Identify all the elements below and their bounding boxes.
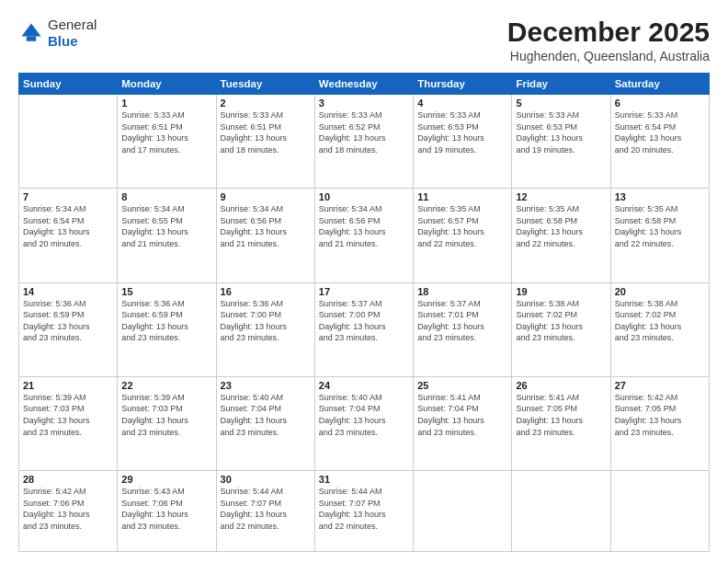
day-info: Sunrise: 5:37 AM Sunset: 7:00 PM Dayligh…	[319, 298, 409, 344]
day-number: 2	[221, 98, 311, 109]
calendar-cell: 11Sunrise: 5:35 AM Sunset: 6:57 PM Dayli…	[414, 189, 512, 282]
calendar-week-1: 1Sunrise: 5:33 AM Sunset: 6:51 PM Daylig…	[19, 95, 710, 189]
calendar-cell: 15Sunrise: 5:36 AM Sunset: 6:59 PM Dayli…	[118, 282, 216, 376]
col-monday: Monday	[118, 74, 216, 95]
day-number: 13	[615, 191, 705, 202]
calendar-cell: 18Sunrise: 5:37 AM Sunset: 7:01 PM Dayli…	[414, 282, 512, 376]
calendar-cell: 10Sunrise: 5:34 AM Sunset: 6:56 PM Dayli…	[314, 189, 413, 282]
calendar-cell: 29Sunrise: 5:43 AM Sunset: 7:06 PM Dayli…	[118, 471, 216, 552]
day-info: Sunrise: 5:36 AM Sunset: 6:59 PM Dayligh…	[23, 298, 113, 344]
day-info: Sunrise: 5:33 AM Sunset: 6:51 PM Dayligh…	[221, 109, 311, 155]
day-info: Sunrise: 5:39 AM Sunset: 7:03 PM Dayligh…	[23, 392, 113, 438]
calendar-cell: 8Sunrise: 5:34 AM Sunset: 6:55 PM Daylig…	[118, 189, 216, 282]
col-saturday: Saturday	[610, 74, 709, 95]
col-tuesday: Tuesday	[216, 74, 314, 95]
day-info: Sunrise: 5:42 AM Sunset: 7:06 PM Dayligh…	[23, 486, 113, 532]
calendar-cell: 7Sunrise: 5:34 AM Sunset: 6:54 PM Daylig…	[19, 189, 118, 282]
day-info: Sunrise: 5:35 AM Sunset: 6:58 PM Dayligh…	[615, 203, 705, 249]
logo-icon	[18, 20, 44, 46]
calendar-header: Sunday Monday Tuesday Wednesday Thursday…	[19, 74, 710, 95]
day-info: Sunrise: 5:41 AM Sunset: 7:05 PM Dayligh…	[516, 392, 606, 438]
day-number: 17	[319, 286, 409, 297]
day-info: Sunrise: 5:42 AM Sunset: 7:05 PM Dayligh…	[615, 392, 705, 438]
svg-rect-1	[27, 37, 37, 41]
day-number: 9	[221, 191, 311, 202]
day-info: Sunrise: 5:34 AM Sunset: 6:56 PM Dayligh…	[221, 203, 311, 249]
day-number: 18	[417, 286, 507, 297]
calendar-cell: 20Sunrise: 5:38 AM Sunset: 7:02 PM Dayli…	[610, 282, 709, 376]
day-info: Sunrise: 5:44 AM Sunset: 7:07 PM Dayligh…	[221, 486, 311, 532]
day-info: Sunrise: 5:34 AM Sunset: 6:56 PM Dayligh…	[319, 203, 409, 249]
calendar-cell: 14Sunrise: 5:36 AM Sunset: 6:59 PM Dayli…	[19, 282, 118, 376]
calendar-cell: 27Sunrise: 5:42 AM Sunset: 7:05 PM Dayli…	[610, 376, 709, 470]
day-info: Sunrise: 5:36 AM Sunset: 6:59 PM Dayligh…	[121, 298, 211, 344]
calendar-cell	[19, 95, 118, 189]
day-number: 30	[221, 474, 311, 485]
day-number: 7	[23, 191, 113, 202]
day-info: Sunrise: 5:38 AM Sunset: 7:02 PM Dayligh…	[615, 298, 705, 344]
calendar-cell: 26Sunrise: 5:41 AM Sunset: 7:05 PM Dayli…	[512, 376, 610, 470]
day-number: 27	[615, 380, 705, 391]
day-info: Sunrise: 5:41 AM Sunset: 7:04 PM Dayligh…	[417, 392, 507, 438]
logo-text: General Blue	[48, 17, 97, 50]
header: General Blue December 2025 Hughenden, Qu…	[18, 17, 710, 63]
day-number: 29	[121, 474, 211, 485]
calendar-cell: 28Sunrise: 5:42 AM Sunset: 7:06 PM Dayli…	[19, 471, 118, 552]
day-info: Sunrise: 5:40 AM Sunset: 7:04 PM Dayligh…	[221, 392, 311, 438]
day-number: 23	[221, 380, 311, 391]
day-info: Sunrise: 5:40 AM Sunset: 7:04 PM Dayligh…	[319, 392, 409, 438]
calendar-body: 1Sunrise: 5:33 AM Sunset: 6:51 PM Daylig…	[19, 95, 710, 552]
day-number: 6	[615, 98, 705, 109]
calendar-cell: 9Sunrise: 5:34 AM Sunset: 6:56 PM Daylig…	[216, 189, 314, 282]
calendar-cell: 17Sunrise: 5:37 AM Sunset: 7:00 PM Dayli…	[314, 282, 413, 376]
day-number: 20	[615, 286, 705, 297]
day-number: 12	[516, 191, 606, 202]
day-info: Sunrise: 5:33 AM Sunset: 6:54 PM Dayligh…	[615, 109, 705, 155]
day-number: 8	[121, 191, 211, 202]
day-number: 15	[121, 286, 211, 297]
day-number: 3	[319, 98, 409, 109]
day-number: 25	[417, 380, 507, 391]
calendar-cell: 23Sunrise: 5:40 AM Sunset: 7:04 PM Dayli…	[216, 376, 314, 470]
calendar-table: Sunday Monday Tuesday Wednesday Thursday…	[18, 73, 710, 552]
col-sunday: Sunday	[19, 74, 118, 95]
calendar-cell: 21Sunrise: 5:39 AM Sunset: 7:03 PM Dayli…	[19, 376, 118, 470]
logo-blue: Blue	[48, 33, 97, 50]
calendar-cell	[512, 471, 610, 552]
calendar-cell	[610, 471, 709, 552]
calendar-week-4: 21Sunrise: 5:39 AM Sunset: 7:03 PM Dayli…	[19, 376, 710, 470]
day-info: Sunrise: 5:35 AM Sunset: 6:58 PM Dayligh…	[516, 203, 606, 249]
day-info: Sunrise: 5:33 AM Sunset: 6:53 PM Dayligh…	[417, 109, 507, 155]
col-thursday: Thursday	[414, 74, 512, 95]
day-info: Sunrise: 5:43 AM Sunset: 7:06 PM Dayligh…	[121, 486, 211, 532]
day-info: Sunrise: 5:34 AM Sunset: 6:54 PM Dayligh…	[23, 203, 113, 249]
logo-general: General	[48, 17, 97, 33]
day-number: 24	[319, 380, 409, 391]
day-info: Sunrise: 5:39 AM Sunset: 7:03 PM Dayligh…	[121, 392, 211, 438]
day-info: Sunrise: 5:33 AM Sunset: 6:51 PM Dayligh…	[121, 109, 211, 155]
day-number: 31	[319, 474, 409, 485]
day-number: 26	[516, 380, 606, 391]
day-number: 14	[23, 286, 113, 297]
calendar-cell: 4Sunrise: 5:33 AM Sunset: 6:53 PM Daylig…	[414, 95, 512, 189]
day-number: 5	[516, 98, 606, 109]
calendar-cell: 13Sunrise: 5:35 AM Sunset: 6:58 PM Dayli…	[610, 189, 709, 282]
day-number: 19	[516, 286, 606, 297]
day-number: 10	[319, 191, 409, 202]
day-number: 16	[221, 286, 311, 297]
calendar-week-5: 28Sunrise: 5:42 AM Sunset: 7:06 PM Dayli…	[19, 471, 710, 552]
main-title: December 2025	[507, 17, 710, 47]
day-number: 1	[121, 98, 211, 109]
calendar-cell: 5Sunrise: 5:33 AM Sunset: 6:53 PM Daylig…	[512, 95, 610, 189]
calendar-cell: 3Sunrise: 5:33 AM Sunset: 6:52 PM Daylig…	[314, 95, 413, 189]
day-info: Sunrise: 5:36 AM Sunset: 7:00 PM Dayligh…	[221, 298, 311, 344]
calendar-cell: 19Sunrise: 5:38 AM Sunset: 7:02 PM Dayli…	[512, 282, 610, 376]
calendar-week-2: 7Sunrise: 5:34 AM Sunset: 6:54 PM Daylig…	[19, 189, 710, 282]
day-info: Sunrise: 5:33 AM Sunset: 6:52 PM Dayligh…	[319, 109, 409, 155]
day-number: 28	[23, 474, 113, 485]
day-info: Sunrise: 5:44 AM Sunset: 7:07 PM Dayligh…	[319, 486, 409, 532]
day-number: 11	[417, 191, 507, 202]
calendar-cell: 12Sunrise: 5:35 AM Sunset: 6:58 PM Dayli…	[512, 189, 610, 282]
calendar-cell: 31Sunrise: 5:44 AM Sunset: 7:07 PM Dayli…	[314, 471, 413, 552]
day-info: Sunrise: 5:34 AM Sunset: 6:55 PM Dayligh…	[121, 203, 211, 249]
